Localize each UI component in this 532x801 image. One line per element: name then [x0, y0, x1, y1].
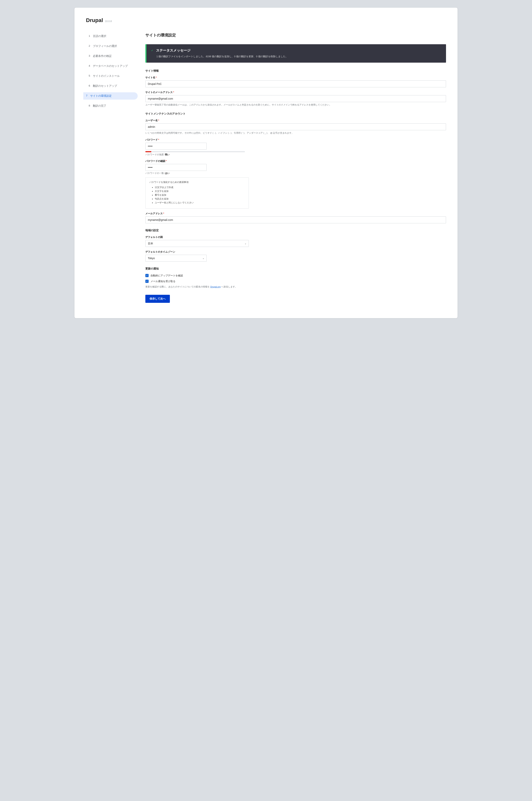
password-tip-item: 番号を追加 [155, 193, 245, 197]
label-email-notify: メール通知を受け取る [151, 280, 175, 283]
step-label: データベースのセットアップ [93, 64, 128, 68]
required-marker: * [156, 76, 157, 79]
step-number: 1 [89, 35, 91, 38]
input-account-email[interactable] [145, 216, 446, 223]
section-regional-title: 地域の設定 [145, 229, 446, 232]
step-number: 3 [89, 54, 91, 58]
help-username: いくつかの特殊文字は利用可能です。その中には空白、ピリオド ( . )、ハイフン… [145, 131, 446, 135]
required-marker: * [158, 138, 159, 141]
checkbox-auto-update[interactable]: ✓ [145, 274, 149, 277]
field-site-name: サイト名* [145, 76, 446, 87]
sidebar: 1言語の選択2プロフィールの選択3必要条件の検証4データベースのセットアップ5サ… [86, 33, 134, 303]
input-username[interactable] [145, 123, 446, 130]
password-strength-text: パスワードの強度: 弱い [145, 153, 446, 156]
select-country[interactable]: 日本 [145, 240, 249, 247]
step-label: サイトのインストール [93, 74, 120, 78]
save-and-continue-button[interactable]: 保存して次へ [145, 295, 170, 303]
label-timezone: デフォルトのタイムゾーン [145, 250, 446, 253]
step-label: プロフィールの選択 [93, 44, 117, 48]
password-strength-meter [145, 151, 245, 152]
password-tip-item: 12文字以上で作成 [155, 186, 245, 189]
brand-version: 10.0.8 [105, 20, 112, 23]
password-tip-item: 句読点を追加 [155, 197, 245, 201]
step-number: 5 [89, 74, 91, 78]
password-tips: パスワードを強化するための推奨事項: 12文字以上で作成大文字を追加番号を追加句… [145, 177, 249, 209]
password-tips-title: パスワードを強化するための推奨事項: [149, 180, 245, 184]
brand: Drupal 10.0.8 [86, 17, 446, 23]
field-timezone: デフォルトのタイムゾーン Tokyo ⌄ [145, 250, 446, 262]
field-site-email: サイトのメールアドレス* ユーザー登録完了等の自動送信メールは、このアドレスから… [145, 91, 446, 107]
label-site-email: サイトのメールアドレス* [145, 91, 446, 94]
field-country: デフォルトの国 日本 ⌄ [145, 235, 446, 247]
section-maint-title: サイトメンテナンスのアカウント [145, 112, 446, 115]
password-tip-item: ユーザー名と同じにしないでください [155, 201, 245, 204]
step-label: 翻訳のセットアップ [93, 84, 117, 88]
label-auto-update: 自動的にアップデートを確認 [151, 274, 183, 277]
label-password: パスワード* [145, 138, 446, 141]
step-label: 必要条件の検証 [93, 54, 112, 58]
update-note: 更新を確認する際に、あなたのサイトについての匿名の情報を Drupal.org … [145, 285, 446, 288]
step-item-5[interactable]: 5サイトのインストール [86, 72, 134, 80]
step-item-1[interactable]: 1言語の選択 [86, 33, 134, 40]
check-icon: ✓ [151, 49, 153, 52]
checkbox-email-notify[interactable]: ✓ [145, 280, 149, 283]
required-marker: * [163, 212, 164, 215]
required-marker: * [166, 160, 167, 163]
step-list: 1言語の選択2プロフィールの選択3必要条件の検証4データベースのセットアップ5サ… [86, 33, 134, 110]
password-match-text: パスワードの一致: はい [145, 172, 446, 175]
password-strength-fill [145, 151, 151, 152]
step-number: 6 [89, 84, 91, 88]
select-timezone[interactable]: Tokyo [145, 255, 207, 262]
status-body-suffix: 個の翻訳を追加し、0 個の翻訳を更新、0 個の翻訳を削除しました。 [211, 55, 288, 58]
step-item-8[interactable]: 8翻訳の完了 [86, 102, 134, 110]
main-content: サイトの環境設定 ✓ ステータスメッセージ 1 個の翻訳ファイルをインポートしま… [145, 33, 446, 303]
required-marker: * [173, 91, 174, 94]
checkbox-row-auto-update: ✓ 自動的にアップデートを確認 [145, 274, 446, 277]
select-wrap-country: 日本 ⌄ [145, 240, 249, 247]
status-title: ステータスメッセージ [156, 48, 191, 53]
checkbox-row-email-notify: ✓ メール通知を受け取る [145, 280, 446, 283]
layout: 1言語の選択2プロフィールの選択3必要条件の検証4データベースのセットアップ5サ… [86, 33, 446, 303]
input-password[interactable] [145, 143, 207, 150]
status-message: ✓ ステータスメッセージ 1 個の翻訳ファイルをインポートしました。8198 個… [145, 44, 446, 63]
status-body-em: 8198 [206, 55, 211, 58]
brand-name: Drupal [86, 17, 103, 23]
input-password-confirm[interactable] [145, 164, 207, 171]
section-updates-title: 更新の通知 [145, 267, 446, 270]
step-number: 4 [89, 64, 91, 68]
password-tips-list: 12文字以上で作成大文字を追加番号を追加句読点を追加ユーザー名と同じにしないでく… [149, 186, 245, 204]
field-username: ユーザー名* いくつかの特殊文字は利用可能です。その中には空白、ピリオド ( .… [145, 119, 446, 135]
link-drupal-org[interactable]: Drupal.org [210, 286, 221, 288]
password-tip-item: 大文字を追加 [155, 190, 245, 193]
input-site-email[interactable] [145, 95, 446, 102]
step-item-4[interactable]: 4データベースのセットアップ [86, 62, 134, 70]
status-body-prefix: 1 個の翻訳ファイルをインポートしました。 [156, 55, 206, 58]
step-label: 言語の選択 [93, 35, 106, 38]
label-password-confirm: パスワードの確認* [145, 159, 446, 163]
label-username: ユーザー名* [145, 119, 446, 122]
label-account-email: メールアドレス* [145, 212, 446, 215]
step-number: 8 [89, 104, 91, 108]
page-title: サイトの環境設定 [145, 33, 446, 38]
step-label: サイトの環境設定 [90, 94, 112, 98]
section-site-info-title: サイト情報 [145, 69, 446, 73]
step-label: 翻訳の完了 [93, 104, 106, 108]
label-country: デフォルトの国 [145, 235, 446, 239]
required-marker: * [158, 119, 159, 122]
status-header: ✓ ステータスメッセージ [151, 48, 441, 53]
installer-page: Drupal 10.0.8 1言語の選択2プロフィールの選択3必要条件の検証4デ… [75, 8, 457, 318]
step-item-6[interactable]: 6翻訳のセットアップ [86, 82, 134, 90]
field-password: パスワード* パスワードの強度: 弱い [145, 138, 446, 156]
field-password-confirm: パスワードの確認* パスワードの一致: はい パスワードを強化するための推奨事項… [145, 159, 446, 209]
step-item-7[interactable]: 7サイトの環境設定 [83, 92, 138, 100]
status-body: 1 個の翻訳ファイルをインポートしました。8198 個の翻訳を追加し、0 個の翻… [151, 55, 441, 58]
input-site-name[interactable] [145, 80, 446, 87]
step-item-3[interactable]: 3必要条件の検証 [86, 53, 134, 60]
step-item-2[interactable]: 2プロフィールの選択 [86, 42, 134, 50]
step-number: 2 [89, 44, 91, 48]
label-site-name: サイト名* [145, 76, 446, 79]
select-wrap-timezone: Tokyo ⌄ [145, 255, 207, 262]
field-account-email: メールアドレス* [145, 212, 446, 223]
help-site-email: ユーザー登録完了等の自動送信メールは、このアドレスから送信されます。メールがスパ… [145, 103, 446, 107]
step-number: 7 [86, 94, 88, 98]
